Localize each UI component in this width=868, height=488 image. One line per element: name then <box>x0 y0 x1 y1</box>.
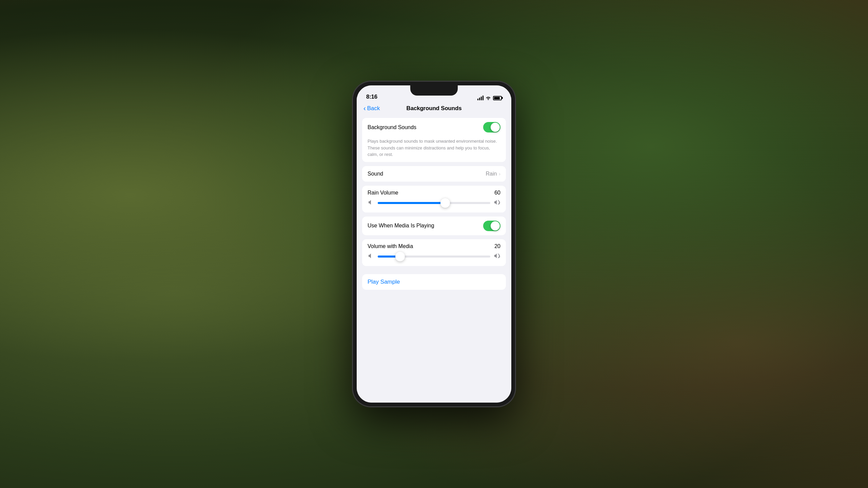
background-sounds-card: Background Sounds Plays background sound… <box>362 118 506 162</box>
background-sounds-label: Background Sounds <box>368 124 416 130</box>
sound-row[interactable]: Sound Rain › <box>362 166 506 182</box>
rain-volume-section: Rain Volume 60 <box>362 186 506 212</box>
status-icons <box>477 96 502 100</box>
wifi-icon <box>486 96 491 100</box>
volume-with-media-value: 20 <box>494 243 500 249</box>
rain-volume-high-icon <box>494 199 500 207</box>
rain-volume-track[interactable] <box>378 202 490 204</box>
toggle-thumb <box>491 123 500 132</box>
battery-fill <box>494 97 500 99</box>
nav-title: Background Sounds <box>407 105 462 112</box>
volume-with-media-slider-row <box>368 253 500 261</box>
background-sounds-row: Background Sounds <box>362 118 506 137</box>
volume-with-media-label: Volume with Media <box>368 243 413 249</box>
status-time: 8:16 <box>366 94 377 100</box>
play-sample-section: Play Sample <box>362 274 506 290</box>
gap-1 <box>357 162 511 166</box>
rain-volume-header: Rain Volume 60 <box>368 190 500 196</box>
phone-inner: 8:16 ‹ <box>357 85 511 403</box>
volume-with-media-track[interactable] <box>378 256 490 258</box>
gap-2 <box>357 182 511 186</box>
rain-volume-label: Rain Volume <box>368 190 398 196</box>
play-sample-button[interactable]: Play Sample <box>362 274 506 290</box>
media-volume-low-icon <box>368 253 374 261</box>
use-when-media-label: Use When Media Is Playing <box>368 223 434 229</box>
rain-volume-low-icon <box>368 199 374 207</box>
rain-volume-fill <box>378 202 445 204</box>
chevron-right-icon: › <box>499 171 500 177</box>
nav-bar: ‹ Back Background Sounds <box>357 103 511 115</box>
back-label: Back <box>367 105 380 112</box>
media-volume-high-icon <box>494 253 500 261</box>
gap-3 <box>357 212 511 217</box>
background-sounds-toggle[interactable] <box>483 122 500 133</box>
gap-4 <box>357 235 511 239</box>
sound-label: Sound <box>368 171 383 177</box>
rain-volume-value: 60 <box>494 190 500 196</box>
volume-with-media-header: Volume with Media 20 <box>368 243 500 249</box>
battery-icon <box>493 96 502 100</box>
use-when-media-row: Use When Media Is Playing <box>362 217 506 235</box>
sound-value-group: Rain › <box>486 171 500 177</box>
rain-volume-thumb[interactable] <box>440 198 450 208</box>
settings-content: Background Sounds Plays background sound… <box>357 115 511 403</box>
sound-value: Rain <box>486 171 497 177</box>
sound-card: Sound Rain › <box>362 166 506 182</box>
phone-screen: 8:16 ‹ <box>357 85 511 403</box>
back-button[interactable]: ‹ Back <box>363 105 380 112</box>
back-chevron-icon: ‹ <box>363 105 366 111</box>
use-when-media-toggle[interactable] <box>483 221 500 231</box>
rain-volume-slider-row <box>368 199 500 207</box>
background-sounds-description: Plays background sounds to mask unwanted… <box>362 137 506 162</box>
volume-with-media-thumb[interactable] <box>395 252 405 261</box>
use-when-media-toggle-thumb <box>491 221 500 230</box>
notch <box>410 85 458 96</box>
signal-bars-icon <box>477 96 484 100</box>
volume-with-media-section: Volume with Media 20 <box>362 239 506 266</box>
gap-5 <box>357 266 511 270</box>
phone-shell: 8:16 ‹ <box>353 81 515 407</box>
use-when-media-card: Use When Media Is Playing <box>362 217 506 235</box>
